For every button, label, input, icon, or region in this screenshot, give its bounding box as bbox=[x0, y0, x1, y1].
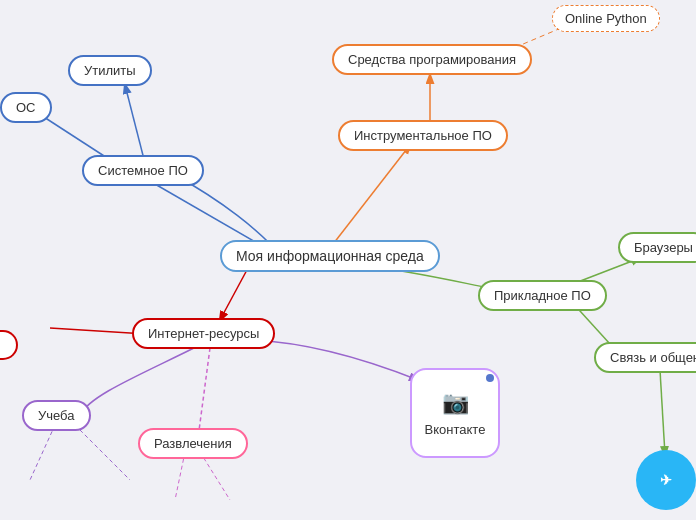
svg-line-11 bbox=[30, 425, 55, 480]
node-education[interactable]: Учеба bbox=[22, 400, 91, 431]
node-system-software[interactable]: Системное ПО bbox=[82, 155, 204, 186]
node-utilities[interactable]: Утилиты bbox=[68, 55, 152, 86]
node-main[interactable]: Моя информационная среда bbox=[220, 240, 440, 272]
svg-line-13 bbox=[175, 452, 185, 500]
node-tools-programming[interactable]: Средства програмирования bbox=[332, 44, 532, 75]
node-browsers[interactable]: Браузеры bbox=[618, 232, 696, 263]
node-vkontakte[interactable]: 📷 Вконтакте bbox=[410, 368, 500, 458]
camera-icon: 📷 bbox=[442, 390, 469, 416]
svg-line-14 bbox=[200, 452, 230, 500]
node-applied-software[interactable]: Прикладное ПО bbox=[478, 280, 607, 311]
node-online-python[interactable]: Online Python bbox=[552, 5, 660, 32]
node-os[interactable]: ОС bbox=[0, 92, 52, 123]
vk-dot bbox=[486, 374, 494, 382]
svg-line-3 bbox=[330, 145, 410, 248]
svg-line-15 bbox=[660, 370, 665, 455]
svg-line-8 bbox=[220, 268, 248, 320]
node-telegram[interactable]: ✈ bbox=[636, 450, 696, 510]
partial-left-node bbox=[0, 330, 18, 360]
node-entertainment[interactable]: Развлечения bbox=[138, 428, 248, 459]
node-internet-resources[interactable]: Интернет-ресурсы bbox=[132, 318, 275, 349]
node-communication[interactable]: Связь и общение bbox=[594, 342, 696, 373]
svg-line-10 bbox=[198, 348, 210, 438]
node-instrumental-software[interactable]: Инструментальное ПО bbox=[338, 120, 508, 151]
mind-map-canvas: Моя информационная среда Утилиты Системн… bbox=[0, 0, 696, 520]
